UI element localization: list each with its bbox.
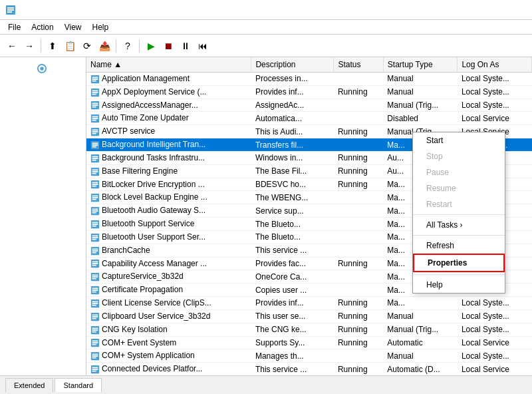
col-status[interactable]: Status — [334, 57, 383, 73]
table-row[interactable]: Clipboard User Service_3b32dThis user se… — [86, 309, 532, 323]
svg-rect-51 — [92, 222, 98, 223]
svg-rect-61 — [92, 252, 96, 253]
svg-rect-36 — [92, 171, 98, 172]
svg-rect-31 — [92, 156, 98, 157]
toolbar-sep-1 — [41, 39, 41, 53]
svg-rect-40 — [92, 184, 98, 186]
menu-view[interactable]: View — [59, 21, 87, 33]
menu-help[interactable]: Help — [87, 21, 114, 33]
svg-rect-7 — [92, 77, 98, 78]
maximize-button[interactable] — [466, 0, 496, 20]
table-row[interactable]: Client License Service (ClipS...Provides… — [86, 297, 532, 310]
toolbar-restart[interactable]: ⏮ — [195, 38, 211, 54]
svg-rect-11 — [92, 90, 98, 91]
svg-rect-87 — [92, 341, 98, 342]
svg-rect-76 — [92, 303, 98, 304]
status-bar: Extended Standard — [0, 375, 532, 394]
table-row[interactable]: AppX Deployment Service (...Provides inf… — [86, 85, 532, 98]
left-panel — [0, 57, 86, 375]
svg-rect-29 — [92, 146, 96, 148]
context-menu-separator — [413, 274, 505, 275]
svg-rect-19 — [92, 116, 98, 118]
toolbar-back[interactable]: ← — [4, 38, 20, 54]
svg-rect-49 — [92, 212, 96, 214]
col-startup-type[interactable]: Startup Type — [383, 57, 458, 73]
svg-rect-53 — [92, 226, 96, 227]
svg-rect-69 — [92, 278, 96, 280]
svg-rect-27 — [92, 142, 98, 144]
col-logon[interactable]: Log On As — [458, 57, 532, 73]
context-menu-item-pause[interactable]: Pause — [413, 164, 505, 180]
svg-rect-85 — [92, 331, 96, 332]
col-description[interactable]: Description — [251, 57, 334, 73]
tab-extended[interactable]: Extended — [5, 378, 53, 393]
toolbar-show-hide[interactable]: 📋 — [62, 38, 78, 54]
svg-rect-12 — [92, 92, 98, 93]
svg-rect-15 — [92, 103, 98, 104]
table-row[interactable]: AssignedAccessManager...AssignedAc...Man… — [86, 98, 532, 112]
toolbar-refresh[interactable]: ⟳ — [79, 38, 95, 54]
toolbar-forward[interactable]: → — [21, 38, 37, 54]
toolbar-up[interactable]: ⬆ — [45, 38, 61, 54]
toolbar-pause[interactable]: ⏸ — [178, 38, 194, 54]
context-menu-item-properties[interactable]: Properties — [413, 254, 505, 272]
svg-rect-9 — [92, 81, 96, 82]
menu-action[interactable]: Action — [26, 21, 59, 33]
svg-rect-44 — [92, 197, 98, 198]
table-row[interactable]: CNG Key IsolationThe CNG ke...RunningMan… — [86, 323, 532, 336]
context-menu-item-all-tasks[interactable]: All Tasks › — [413, 217, 505, 233]
svg-rect-35 — [92, 169, 98, 170]
title-bar — [0, 0, 532, 20]
main-content: Name ▲ Description Status Startup Type L… — [0, 57, 532, 375]
svg-rect-95 — [92, 367, 98, 369]
table-row[interactable]: Application ManagementProcesses in...Man… — [86, 73, 532, 86]
toolbar-help[interactable]: ? — [120, 38, 136, 54]
svg-rect-63 — [92, 262, 98, 263]
toolbar-stop[interactable]: ⏹ — [160, 38, 176, 54]
services-local-item[interactable] — [35, 63, 52, 75]
svg-rect-72 — [92, 290, 98, 291]
svg-rect-64 — [92, 264, 98, 265]
svg-point-5 — [40, 67, 43, 70]
svg-rect-13 — [92, 93, 96, 95]
tab-standard[interactable]: Standard — [55, 378, 102, 392]
context-menu-item-start[interactable]: Start — [413, 132, 505, 148]
context-menu-item-help[interactable]: Help — [413, 277, 505, 293]
menu-file[interactable]: File — [3, 21, 26, 33]
toolbar-export[interactable]: 📤 — [96, 38, 112, 54]
svg-rect-33 — [92, 160, 96, 161]
svg-rect-45 — [92, 199, 96, 200]
table-row[interactable]: COM+ Event SystemSupports Sy...RunningAu… — [86, 336, 532, 349]
svg-rect-93 — [92, 357, 96, 359]
col-name[interactable]: Name ▲ — [86, 57, 251, 73]
context-menu: StartStopPauseResumeRestartAll Tasks ›Re… — [412, 132, 505, 294]
svg-rect-80 — [92, 316, 98, 317]
svg-rect-37 — [92, 172, 96, 174]
minimize-button[interactable] — [435, 0, 466, 20]
table-row[interactable]: Auto Time Zone UpdaterAutomatica...Disab… — [86, 112, 532, 125]
table-row[interactable]: Connected Devices Platfor...This service… — [86, 363, 532, 375]
context-menu-item-stop[interactable]: Stop — [413, 148, 505, 164]
svg-rect-89 — [92, 344, 96, 345]
toolbar-play[interactable]: ▶ — [143, 38, 159, 54]
table-header-row: Name ▲ Description Status Startup Type L… — [86, 57, 532, 73]
svg-rect-41 — [92, 186, 96, 187]
svg-rect-83 — [92, 327, 98, 329]
table-row[interactable]: COM+ System ApplicationManages th...Manu… — [86, 349, 532, 363]
svg-rect-52 — [92, 224, 98, 225]
context-menu-item-refresh[interactable]: Refresh — [413, 238, 505, 254]
svg-rect-88 — [92, 343, 98, 344]
svg-rect-24 — [92, 131, 98, 132]
svg-rect-16 — [92, 105, 98, 106]
context-menu-item-resume[interactable]: Resume — [413, 180, 505, 196]
svg-rect-43 — [92, 196, 98, 197]
app-icon — [5, 5, 16, 15]
svg-rect-20 — [92, 118, 98, 119]
close-button[interactable] — [496, 0, 527, 20]
svg-rect-56 — [92, 237, 98, 238]
context-menu-item-restart[interactable]: Restart — [413, 196, 505, 212]
svg-rect-28 — [92, 144, 98, 146]
svg-rect-73 — [92, 292, 96, 293]
svg-rect-79 — [92, 314, 98, 315]
svg-rect-92 — [92, 355, 98, 357]
